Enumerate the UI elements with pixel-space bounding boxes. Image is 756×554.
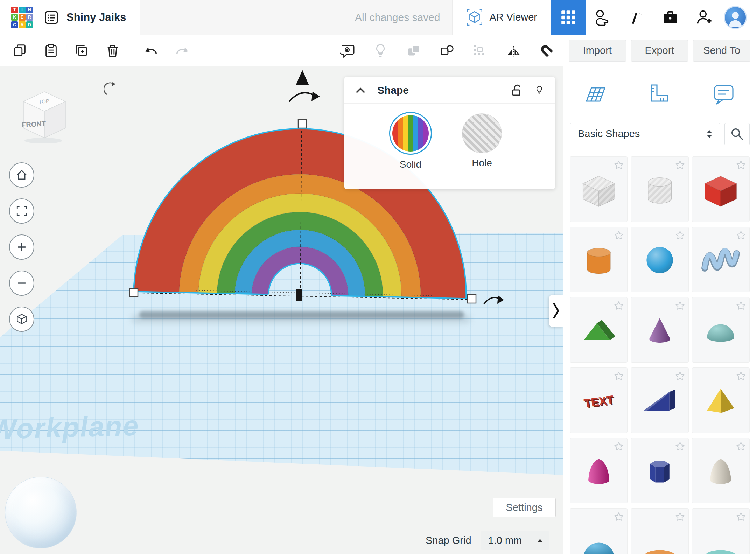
shape-tile-cone-rounded[interactable] [692, 438, 750, 503]
brick-mode-button[interactable] [620, 0, 653, 35]
scale-handle-right[interactable] [468, 295, 476, 303]
shape-tile-pyramid[interactable] [692, 367, 750, 433]
undo-icon [143, 43, 159, 59]
shape-tile-roof[interactable] [570, 297, 628, 363]
mirror-icon [505, 43, 522, 59]
shape-tile-scribble[interactable] [692, 227, 750, 292]
collapse-chevron-icon[interactable] [355, 86, 366, 95]
favorite-star-icon[interactable] [614, 300, 624, 311]
panel-collapse-handle[interactable] [549, 295, 563, 327]
logo-tile-d: D [26, 21, 33, 28]
export-button[interactable]: Export [631, 40, 688, 62]
favorite-star-icon[interactable] [675, 371, 685, 381]
notes-tool-button[interactable] [692, 82, 756, 108]
shape-tile-box[interactable] [692, 156, 750, 222]
delete-button[interactable] [97, 39, 128, 62]
shape-tile-paraboloid[interactable] [570, 438, 628, 503]
rotate-arrow-top-head[interactable] [312, 92, 320, 101]
home-view-button[interactable] [9, 162, 34, 188]
favorite-star-icon[interactable] [736, 230, 746, 240]
solid-option[interactable]: Solid [389, 112, 432, 170]
raise-arrow-cone[interactable] [296, 70, 309, 85]
favorite-star-icon[interactable] [614, 371, 624, 381]
tinkercad-logo[interactable]: TINKERCAD [11, 7, 33, 28]
view-cube[interactable]: TOP FRONT [18, 85, 71, 145]
search-button[interactable] [724, 123, 750, 145]
favorite-star-icon[interactable] [614, 160, 624, 170]
ruler-tool-button[interactable] [628, 82, 692, 108]
paste-button[interactable] [36, 39, 66, 62]
import-button[interactable]: Import [569, 40, 626, 62]
shape-tile-cylinder-hole[interactable] [631, 156, 688, 222]
user-avatar[interactable] [724, 6, 747, 29]
favorite-star-icon[interactable] [736, 300, 746, 311]
align-button[interactable] [463, 39, 497, 62]
favorite-star-icon[interactable] [736, 441, 746, 451]
favorite-star-icon[interactable] [614, 511, 624, 522]
design-menu-button[interactable] [42, 8, 61, 27]
list-icon [43, 9, 59, 26]
shape-tile-torus-thin[interactable] [692, 508, 750, 554]
copy-button[interactable] [5, 39, 36, 62]
workspace-button[interactable] [653, 0, 687, 35]
snap-grid-select[interactable]: 1.0 mm [481, 531, 549, 550]
show-all-button[interactable] [330, 39, 364, 62]
invite-button[interactable] [687, 0, 721, 35]
duplicate-button[interactable] [66, 39, 97, 62]
mode-3d-editor-active[interactable] [551, 0, 586, 35]
favorite-star-icon[interactable] [675, 511, 685, 522]
ungroup-button[interactable] [430, 39, 463, 62]
settings-button[interactable]: Settings [493, 498, 556, 517]
favorite-star-icon[interactable] [614, 441, 624, 451]
shape-tile-cylinder[interactable] [570, 227, 628, 292]
logo-tile-e: E [19, 14, 25, 21]
hole-option[interactable]: Hole [462, 112, 502, 169]
shape-tile-box-hole[interactable] [570, 156, 628, 222]
notes-tool-icon [710, 82, 737, 108]
group-button[interactable] [397, 39, 430, 62]
text-thumbnail: TEXT TEXT [578, 379, 620, 421]
favorite-star-icon[interactable] [736, 371, 746, 381]
favorite-star-icon[interactable] [675, 300, 685, 311]
shape-tile-wedge[interactable] [631, 367, 688, 433]
lock-icon[interactable] [510, 84, 522, 97]
snap-magnet-button[interactable] [530, 39, 563, 62]
shape-tile-sphere[interactable] [631, 227, 688, 292]
hide-button[interactable] [364, 39, 397, 62]
favorite-star-icon[interactable] [614, 230, 624, 240]
perspective-toggle-button[interactable] [9, 307, 34, 332]
rotate-arrow-right-head[interactable] [497, 295, 504, 304]
height-handle[interactable] [296, 289, 302, 301]
shape-tile-half-sphere[interactable] [692, 297, 750, 363]
fit-view-button[interactable] [9, 198, 34, 224]
shape-tile-tube[interactable] [631, 508, 688, 554]
favorite-star-icon[interactable] [736, 160, 746, 170]
favorite-star-icon[interactable] [675, 160, 685, 170]
tube-thumbnail [638, 519, 681, 554]
favorite-star-icon[interactable] [675, 441, 685, 451]
favorite-star-icon[interactable] [675, 230, 685, 240]
shape-category-value: Basic Shapes [578, 128, 640, 140]
workplane-tool-button[interactable] [564, 82, 628, 108]
favorite-star-icon[interactable] [736, 511, 746, 522]
sim-lab-button[interactable] [586, 0, 620, 35]
scale-handle-top[interactable] [298, 120, 307, 128]
zoom-in-button[interactable] [9, 234, 34, 260]
zoom-out-button[interactable] [9, 271, 34, 296]
scale-handle-left[interactable] [130, 288, 138, 297]
shape-tile-polygon[interactable] [631, 438, 688, 503]
mirror-button[interactable] [497, 39, 530, 62]
ar-viewer-button[interactable]: AR Viewer [452, 0, 551, 35]
design-title[interactable]: Shiny Jaiks [66, 11, 126, 24]
shape-category-select[interactable]: Basic Shapes [570, 123, 720, 145]
popup-title: Shape [377, 84, 409, 96]
shape-tile-cone[interactable] [631, 297, 688, 363]
shape-tile-text[interactable]: TEXT TEXT [570, 367, 628, 433]
viewport-3d[interactable]: Workplane TOP FRONT [0, 66, 563, 554]
redo-button[interactable] [167, 39, 197, 62]
cylinder-thumbnail [578, 238, 620, 281]
shape-tile-torus[interactable] [570, 508, 628, 554]
send-to-button[interactable]: Send To [693, 40, 750, 62]
bulb-icon[interactable] [534, 84, 545, 97]
undo-button[interactable] [136, 39, 167, 62]
